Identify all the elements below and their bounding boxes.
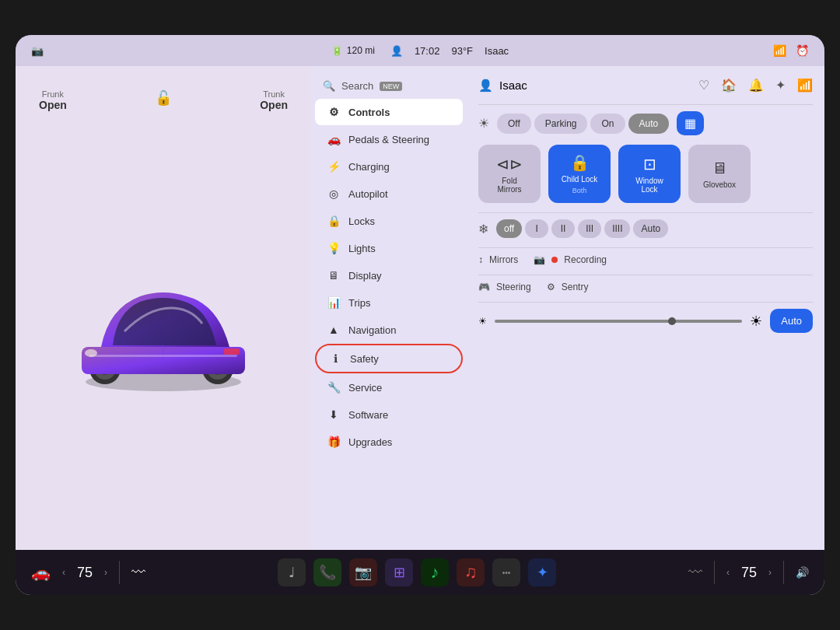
sentry-feature: ⚙ Sentry: [547, 282, 589, 292]
lock-profile-icon[interactable]: 🏠: [721, 78, 737, 93]
main-area: Frunk Open 🔓 Trunk Open ⚡: [16, 66, 824, 550]
car-taskbar-icon[interactable]: 🚗: [31, 563, 51, 582]
fan-2-btn[interactable]: II: [551, 219, 575, 238]
nav-item-service[interactable]: 🔧 Service: [315, 374, 463, 401]
service-icon: 🔧: [327, 381, 341, 394]
more-icon: •••: [502, 569, 511, 577]
divider-1: [478, 104, 813, 105]
nav-item-trips[interactable]: 📊 Trips: [315, 289, 463, 316]
divider-3: [478, 247, 813, 248]
service-label: Service: [348, 382, 382, 394]
mirrors-recording-row: ↕ Mirrors 📷 Recording: [478, 254, 813, 265]
trips-label: Trips: [348, 297, 370, 309]
nav-item-software[interactable]: ⬇ Software: [315, 401, 463, 428]
taskbar-divider-3: [783, 561, 784, 584]
temp-display: 93°F: [451, 45, 473, 57]
fan-4-btn[interactable]: IIII: [604, 219, 630, 238]
svg-rect-12: [224, 348, 240, 355]
nav-item-upgrades[interactable]: 🎁 Upgrades: [315, 429, 463, 455]
nav-item-display[interactable]: 🖥 Display: [315, 262, 463, 289]
phone-app[interactable]: 📞: [313, 558, 341, 586]
music-note-icon: ♩: [289, 564, 295, 581]
rec-dot: [551, 257, 558, 263]
brightness-low-icon: ☀: [478, 316, 487, 327]
nav-item-lights[interactable]: 💡 Lights: [315, 235, 463, 261]
nav-item-charging[interactable]: ⚡ Charging: [315, 153, 463, 180]
right-panel: 🔍 Search NEW ⚙ Controls 🚗 Pedals & Steer…: [311, 66, 824, 550]
fan-3-btn[interactable]: III: [578, 219, 601, 238]
nav-item-safety[interactable]: ℹ Safety: [315, 344, 463, 373]
music-note-app[interactable]: ♩: [278, 558, 306, 586]
more-app[interactable]: •••: [492, 558, 520, 586]
lights-btn-group: Off Parking On Auto: [497, 114, 669, 134]
bell-icon[interactable]: 🔔: [748, 78, 764, 93]
temp-left-down-chevron[interactable]: ‹: [62, 567, 65, 578]
fan-taskbar-icon[interactable]: 〰: [131, 565, 145, 581]
battery-level: 120 mi: [347, 45, 375, 56]
svg-rect-10: [89, 355, 237, 357]
lights-on-btn[interactable]: On: [590, 114, 625, 134]
phone-icon: 📞: [319, 564, 336, 581]
nav-item-navigation[interactable]: ▲ Navigation: [315, 317, 463, 343]
mirrors-label: Mirrors: [489, 254, 518, 265]
heart-icon[interactable]: ♡: [698, 78, 709, 93]
temp-left-display: 75: [77, 565, 93, 581]
frunk-title: Frunk: [39, 89, 67, 99]
autopilot-icon: ◎: [327, 187, 341, 200]
upgrades-icon: 🎁: [327, 436, 341, 448]
search-label: Search: [341, 80, 373, 92]
battery-icon: 🔋: [331, 45, 343, 56]
trips-icon: 📊: [327, 296, 341, 309]
steering-sentry-row: 🎮 Steering ⚙ Sentry: [478, 282, 813, 292]
trunk-title: Trunk: [260, 89, 288, 99]
lights-off-btn[interactable]: Off: [497, 114, 531, 134]
bluetooth-app[interactable]: ✦: [528, 558, 556, 586]
fan-off-btn[interactable]: off: [496, 219, 522, 238]
profile-icon: 👤: [390, 45, 403, 57]
sun-icon: ☀: [478, 116, 489, 131]
music-app[interactable]: ♫: [457, 558, 485, 586]
search-bar[interactable]: 🔍 Search NEW: [311, 74, 467, 98]
taskbar-left: 🚗 ‹ 75 › 〰: [31, 561, 145, 584]
pedals-label: Pedals & Steering: [348, 134, 429, 145]
camera-app[interactable]: 📷: [349, 558, 377, 586]
taskbar-right: 〰 ‹ 75 › 🔊: [688, 561, 809, 584]
frunk-label: Frunk Open: [39, 89, 67, 111]
car-image: ⚡: [47, 246, 280, 401]
frunk-value: Open: [39, 99, 67, 111]
nav-item-locks[interactable]: 🔒 Locks: [315, 208, 463, 234]
grid-app[interactable]: ⊞: [385, 558, 413, 586]
steering-feature: 🎮 Steering: [478, 282, 531, 292]
fold-mirrors-btn[interactable]: ⊲⊳ FoldMirrors: [478, 145, 541, 203]
lights-grid-btn[interactable]: ▦: [677, 111, 704, 135]
child-lock-btn[interactable]: 🔒 Child Lock Both: [548, 145, 611, 203]
nav-item-autopilot[interactable]: ◎ Autopilot: [315, 180, 463, 207]
brightness-slider[interactable]: [495, 320, 742, 323]
upgrades-label: Upgrades: [348, 436, 392, 448]
spotify-icon: ♪: [431, 562, 439, 583]
volume-icon[interactable]: 🔊: [796, 566, 809, 579]
nav-item-controls[interactable]: ⚙ Controls: [315, 99, 463, 125]
fan-1-btn[interactable]: I: [525, 219, 548, 238]
lights-auto-btn[interactable]: Auto: [628, 114, 670, 134]
window-lock-btn[interactable]: ⊡ WindowLock: [618, 145, 681, 203]
bluetooth-icon[interactable]: ✦: [775, 78, 786, 93]
time-display: 17:02: [415, 45, 440, 57]
profile-icons: ♡ 🏠 🔔 ✦ 📶: [698, 78, 813, 93]
temp-right-up-chevron[interactable]: ›: [768, 567, 772, 578]
child-lock-icon: 🔒: [570, 153, 590, 172]
fan-auto-btn[interactable]: Auto: [633, 219, 668, 238]
center-info: 👤 17:02 93°F Isaac: [390, 45, 509, 57]
signal-icon[interactable]: 📶: [797, 78, 813, 93]
mirrors-feature: ↕ Mirrors: [478, 254, 518, 265]
nav-item-pedals[interactable]: 🚗 Pedals & Steering: [315, 126, 463, 152]
taskbar: 🚗 ‹ 75 › 〰 ♩ 📞 📷 ⊞ ♪ ♫: [16, 550, 824, 595]
brightness-auto-btn[interactable]: Auto: [770, 309, 813, 333]
lights-parking-btn[interactable]: Parking: [534, 114, 588, 134]
spotify-app[interactable]: ♪: [421, 558, 449, 586]
glovebox-btn[interactable]: 🖥 Glovebox: [688, 145, 751, 203]
temp-left-up-chevron[interactable]: ›: [104, 567, 107, 578]
temp-right-down-chevron[interactable]: ‹: [726, 567, 730, 578]
controls-label: Controls: [348, 107, 390, 118]
content-panel: 👤 Isaac ♡ 🏠 🔔 ✦ 📶 ☀: [467, 66, 824, 550]
